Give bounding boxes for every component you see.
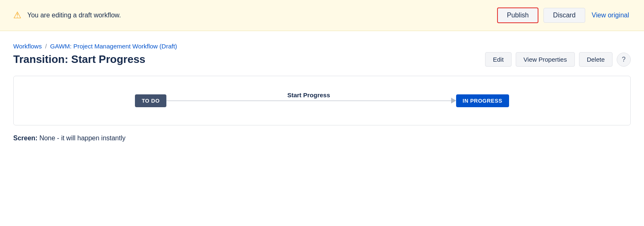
banner-left: ⚠ You are editing a draft workflow.: [13, 10, 121, 21]
view-original-link[interactable]: View original: [590, 8, 631, 22]
publish-button[interactable]: Publish: [497, 7, 538, 23]
draft-banner: ⚠ You are editing a draft workflow. Publ…: [0, 0, 644, 31]
discard-button[interactable]: Discard: [543, 8, 585, 23]
view-properties-button[interactable]: View Properties: [516, 52, 575, 67]
diagram-inner: TO DO Start Progress IN PROGRESS: [135, 94, 509, 107]
page-actions: Edit View Properties Delete ?: [485, 52, 631, 67]
breadcrumb-current-link[interactable]: GAWM: Project Management Workflow (Draft…: [50, 43, 177, 50]
breadcrumb-workflows-link[interactable]: Workflows: [13, 43, 42, 50]
screen-info: Screen: None - it will happen instantly: [13, 135, 631, 142]
page-header-row: Transition: Start Progress Edit View Pro…: [13, 52, 631, 67]
screen-value: None - it will happen instantly: [39, 135, 125, 142]
from-status-badge: TO DO: [135, 94, 166, 107]
transition-label: Start Progress: [284, 91, 333, 99]
arrow-line: Start Progress: [166, 98, 456, 103]
arrow-track: Start Progress: [166, 101, 451, 101]
screen-label: Screen:: [13, 135, 38, 142]
banner-actions: Publish Discard View original: [497, 7, 631, 23]
page-title: Transition: Start Progress: [13, 53, 145, 66]
edit-button[interactable]: Edit: [485, 52, 512, 67]
breadcrumb-separator: /: [45, 43, 47, 50]
transition-diagram: TO DO Start Progress IN PROGRESS: [13, 76, 631, 125]
to-status-badge: IN PROGRESS: [456, 94, 509, 107]
main-content: Workflows / GAWM: Project Management Wor…: [0, 31, 644, 152]
banner-text: You are editing a draft workflow.: [27, 12, 121, 19]
breadcrumb: Workflows / GAWM: Project Management Wor…: [13, 43, 631, 50]
arrow-head-icon: [451, 98, 456, 103]
warning-icon: ⚠: [13, 10, 22, 21]
delete-button[interactable]: Delete: [579, 52, 613, 67]
help-button[interactable]: ?: [617, 53, 631, 67]
